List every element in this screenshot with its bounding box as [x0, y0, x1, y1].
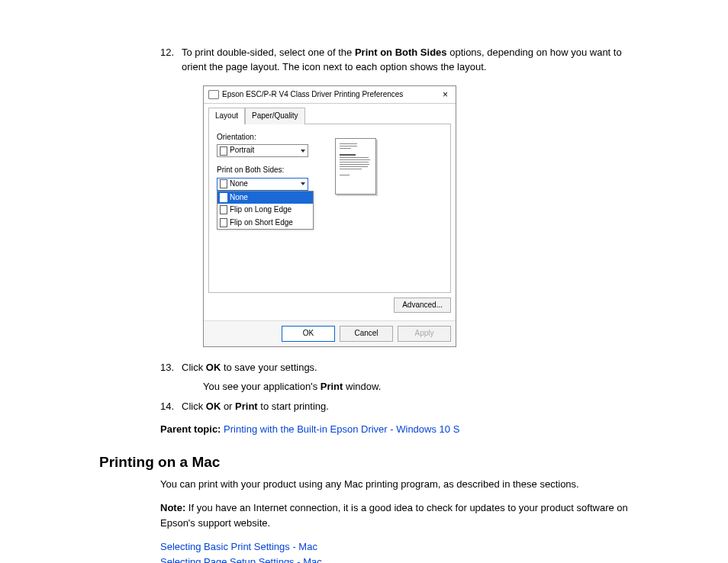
dialog-title: Epson ESC/P-R V4 Class Driver Printing P… [222, 89, 403, 101]
tab-body: Orientation: Portrait Print on Both Side… [208, 124, 451, 293]
link-page-setup-settings[interactable]: Selecting Page Setup Settings - Mac [160, 556, 322, 563]
printing-preferences-dialog: Epson ESC/P-R V4 Class Driver Printing P… [203, 85, 456, 347]
apply-button[interactable]: Apply [398, 326, 451, 342]
section-body: You can print with your product using an… [160, 477, 636, 563]
portrait-icon [220, 146, 227, 156]
parent-topic: Parent topic: Printing with the Built-in… [160, 422, 636, 437]
option-none[interactable]: None [217, 191, 313, 204]
tab-strip: Layout Paper/Quality [204, 104, 456, 124]
printer-icon [208, 90, 219, 99]
close-icon[interactable]: × [440, 90, 451, 99]
advanced-button[interactable]: Advanced... [394, 298, 451, 314]
page-preview [335, 138, 388, 285]
step-number: 13. [160, 361, 174, 375]
dialog-titlebar: Epson ESC/P-R V4 Class Driver Printing P… [204, 86, 456, 105]
section-note: Note: If you have an Internet connection… [160, 500, 636, 530]
option-flip-long-edge[interactable]: Flip on Long Edge [217, 204, 313, 217]
both-sides-select[interactable]: None [217, 178, 308, 191]
step-subtext: You see your application's Print window. [203, 380, 636, 394]
section-intro: You can print with your product using an… [160, 477, 636, 492]
step-14: 14. Click OK or Print to start printing. [160, 400, 636, 414]
cancel-button[interactable]: Cancel [340, 326, 393, 342]
flip-short-icon [220, 218, 227, 227]
ok-button[interactable]: OK [282, 326, 335, 342]
chevron-down-icon [301, 182, 305, 185]
option-flip-short-edge[interactable]: Flip on Short Edge [217, 217, 313, 230]
step-number: 12. [160, 46, 174, 60]
both-sides-value: None [230, 179, 248, 190]
both-sides-label: Print on Both Sides: [217, 165, 320, 176]
section-heading: Printing on a Mac [99, 454, 636, 471]
parent-topic-link[interactable]: Printing with the Built-in Epson Driver … [224, 423, 459, 435]
step-number: 14. [160, 400, 174, 414]
step-text: Click OK to save your settings. [182, 362, 317, 373]
step-text: To print double-sided, select one of the… [182, 47, 622, 72]
tab-paper-quality[interactable]: Paper/Quality [245, 108, 305, 124]
orientation-label: Orientation: [217, 132, 320, 143]
dialog-footer: OK Cancel Apply [204, 320, 456, 346]
step-13: 13. Click OK to save your settings. You … [160, 361, 636, 394]
link-basic-print-settings[interactable]: Selecting Basic Print Settings - Mac [160, 541, 317, 552]
flip-long-icon [220, 205, 227, 214]
page-icon [220, 179, 227, 188]
both-sides-dropdown: None Flip on Long Edge Flip on Short Edg… [217, 191, 314, 230]
orientation-value: Portrait [230, 145, 254, 156]
tab-layout[interactable]: Layout [208, 108, 245, 124]
step-12: 12. To print double-sided, select one of… [160, 46, 636, 347]
page-icon [220, 193, 227, 202]
orientation-select[interactable]: Portrait [217, 144, 308, 157]
chevron-down-icon [301, 150, 305, 153]
step-text: Click OK or Print to start printing. [182, 401, 329, 412]
